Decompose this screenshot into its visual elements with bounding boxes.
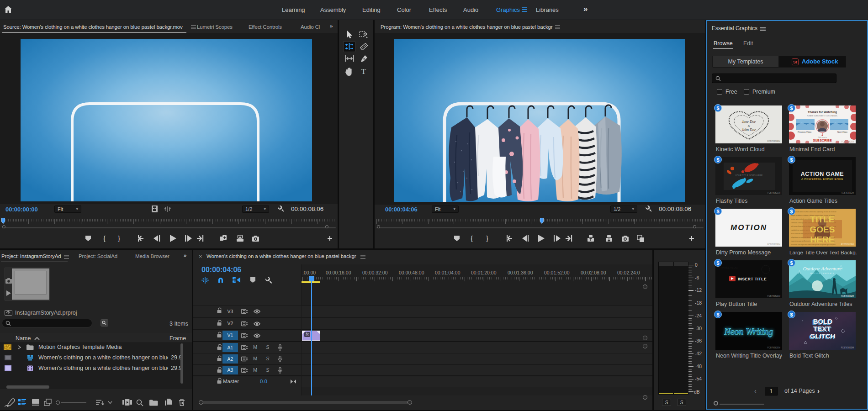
svg-text:Previous Video: Previous Video <box>798 131 812 133</box>
svg-text:FCB78382EM: FCB78382EM <box>841 243 854 246</box>
svg-text:&: & <box>748 125 750 127</box>
svg-text:}: } <box>118 234 120 242</box>
svg-text:ACTION GAME: ACTION GAME <box>801 171 844 177</box>
svg-text:{: { <box>471 234 473 242</box>
svg-text:FCB78382EM: FCB78382EM <box>841 295 854 297</box>
svg-text:St: St <box>793 60 797 64</box>
svg-text:FCB78382EM: FCB78382EM <box>767 243 781 246</box>
svg-text:Thanks for Watching: Thanks for Watching <box>808 111 837 114</box>
svg-text:Neon Writing: Neon Writing <box>724 327 773 337</box>
svg-text:INSERT TITLE: INSERT TITLE <box>738 277 767 281</box>
svg-text:MOTION TEMPLATE: MOTION TEMPLATE <box>810 272 835 274</box>
svg-text:BOLD: BOLD <box>813 317 833 325</box>
svg-text:FCB78382EM: FCB78382EM <box>767 347 781 349</box>
svg-text:Jane Doe: Jane Doe <box>742 120 756 124</box>
svg-text:Click here to: Click here to <box>818 137 827 138</box>
svg-text:John Doe: John Doe <box>742 128 756 132</box>
svg-text:HERE: HERE <box>810 235 835 244</box>
svg-text:TITLE: TITLE <box>810 215 835 224</box>
svg-text:FCB78382EM: FCB78382EM <box>841 192 854 194</box>
svg-text:FCB78382EM: FCB78382EM <box>767 192 781 194</box>
svg-text:TEXT: TEXT <box>813 325 831 332</box>
svg-text:SUBSCRIBE: SUBSCRIBE <box>813 139 832 142</box>
svg-text:TRAVEL VLOG: TRAVEL VLOG <box>719 266 738 269</box>
svg-text:{: { <box>103 234 106 242</box>
svg-text:Lorem ipsum dolor sit amet con: Lorem ipsum dolor sit amet consectetur a… <box>791 211 836 213</box>
svg-text:FCB78382EM: FCB78382EM <box>767 295 781 297</box>
svg-text:Next Video: Next Video <box>837 131 847 133</box>
svg-text:PLEASE SUBSCRIBE TO OUR CHANNE: PLEASE SUBSCRIBE TO OUR CHANNEL <box>807 115 838 117</box>
svg-text:GLITCH: GLITCH <box>810 332 836 340</box>
svg-text:}: } <box>486 234 488 242</box>
svg-text:MOTION: MOTION <box>730 223 767 232</box>
svg-text:FCB78382EM: FCB78382EM <box>767 140 781 142</box>
svg-text:FCB78382EM: FCB78382EM <box>842 141 855 143</box>
svg-text:GOES: GOES <box>810 225 835 234</box>
svg-text:T: T <box>361 68 366 75</box>
svg-text:YOUR TITLE GOES HERE: YOUR TITLE GOES HERE <box>735 174 763 177</box>
svg-text:Outdoor Adventure: Outdoor Adventure <box>803 266 842 271</box>
svg-text:FCB78382EM: FCB78382EM <box>841 347 854 349</box>
svg-text:A POWERFUL EXPERIENCE: A POWERFUL EXPERIENCE <box>801 178 843 180</box>
